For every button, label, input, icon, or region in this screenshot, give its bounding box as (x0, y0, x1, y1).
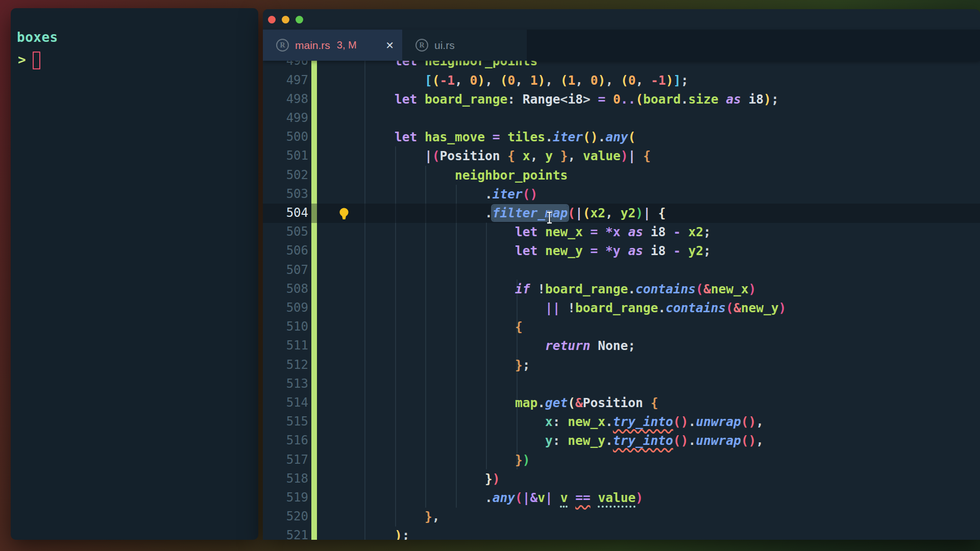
close-window-button[interactable] (268, 16, 276, 23)
code-line[interactable]: 501 |(Position { x, y }, value)| { (263, 146, 980, 166)
code-line[interactable]: 510 { (263, 317, 980, 337)
code-line[interactable]: 500 let has_move = tiles.iter().any( (263, 128, 980, 147)
line-number[interactable]: 504 (263, 204, 308, 222)
code-line-text: |(Position { x, y }, value)| { (334, 146, 651, 165)
code-line[interactable]: 507 (263, 261, 980, 280)
line-number[interactable]: 514 (263, 393, 308, 412)
line-number[interactable]: 510 (263, 317, 308, 336)
code-line[interactable]: 512 }; (263, 356, 980, 375)
code-line[interactable]: 506 let new_y = *y as i8 - y2; (263, 241, 980, 261)
zoom-window-button[interactable] (296, 16, 303, 23)
code-editor-area[interactable]: 496 let neighbor_points497 [(-1, 0), (0,… (263, 61, 980, 540)
code-line[interactable]: 511 return None; (263, 336, 980, 356)
code-line[interactable]: 514 map.get(&Position { (263, 393, 980, 413)
line-number[interactable]: 512 (263, 356, 308, 374)
line-number[interactable]: 502 (263, 166, 308, 185)
code-line-text: }) (334, 450, 530, 469)
code-line-text: [(-1, 0), (0, 1), (1, 0), (0, -1)]; (334, 71, 689, 90)
code-line-text: let has_move = tiles.iter().any( (334, 128, 635, 146)
line-number[interactable]: 503 (263, 185, 308, 204)
line-number[interactable]: 518 (263, 469, 308, 488)
code-line-text: y: new_y.try_into().unwrap(), (334, 431, 764, 450)
code-line-text: let board_range: Range<i8> = 0..(board.s… (334, 90, 779, 109)
code-line[interactable]: 513 (263, 374, 980, 394)
line-number[interactable]: 521 (263, 526, 308, 540)
code-line-text: }, (334, 507, 440, 526)
code-line-text: }) (334, 469, 500, 488)
tab-ui-rs[interactable]: R ui.rs (402, 30, 527, 61)
line-number[interactable]: 515 (263, 412, 308, 431)
line-number[interactable]: 506 (263, 241, 308, 260)
line-number[interactable]: 513 (263, 374, 308, 393)
code-line-text: if !board_range.contains(&new_x) (334, 280, 756, 298)
line-number[interactable]: 520 (263, 507, 308, 526)
tab-main-rs[interactable]: R main.rs 3, M ✕ (263, 30, 402, 61)
line-number[interactable]: 499 (263, 109, 308, 128)
code-line[interactable]: 515 x: new_x.try_into().unwrap(), (263, 412, 980, 432)
tab-label: main.rs (295, 39, 330, 52)
editor-window[interactable]: R main.rs 3, M ✕ R ui.rs 496 let neighbo… (263, 9, 980, 540)
code-line[interactable]: 520 }, (263, 507, 980, 527)
tab-problems-modified-badge: 3, M (337, 39, 357, 51)
code-line[interactable]: 503 .iter() (263, 185, 980, 204)
code-line[interactable]: 502 neighbor_points (263, 166, 980, 185)
code-line[interactable]: 505 let new_x = *x as i8 - x2; (263, 222, 980, 242)
terminal-window[interactable]: boxes > (11, 8, 258, 540)
tab-label: ui.rs (434, 39, 455, 52)
code-line[interactable]: 521 ); (263, 526, 980, 540)
terminal-prompt-row[interactable]: > (17, 51, 258, 70)
mouse-ibeam-cursor (545, 211, 554, 225)
code-line[interactable]: 509 || !board_range.contains(&new_y) (263, 298, 980, 318)
terminal-session-title: boxes (17, 30, 258, 45)
close-tab-icon[interactable]: ✕ (385, 39, 394, 52)
code-line-text: ); (334, 526, 410, 540)
line-number[interactable]: 505 (263, 222, 308, 241)
code-line-text: return None; (334, 336, 635, 355)
code-line[interactable]: 519 .any(|&v| v == value) (263, 488, 980, 508)
code-line-text: { (334, 317, 523, 336)
line-number[interactable]: 516 (263, 431, 308, 450)
line-number[interactable]: 511 (263, 336, 308, 355)
line-number[interactable]: 501 (263, 146, 308, 165)
code-line-text: neighbor_points (334, 166, 568, 185)
rust-file-icon: R (276, 39, 289, 52)
rust-file-icon: R (415, 39, 428, 52)
code-line-text: }; (334, 356, 530, 374)
code-line[interactable]: 518 }) (263, 469, 980, 489)
code-line[interactable]: 497 [(-1, 0), (0, 1), (1, 0), (0, -1)]; (263, 71, 980, 90)
prompt-chevron-icon: > (18, 52, 26, 67)
window-titlebar (263, 9, 980, 30)
code-line-text: map.get(&Position { (334, 393, 658, 412)
terminal-cursor (33, 52, 40, 69)
line-number[interactable]: 508 (263, 280, 308, 298)
code-line[interactable]: 516 y: new_y.try_into().unwrap(), (263, 431, 980, 450)
code-line[interactable]: 496 let neighbor_points (263, 61, 980, 71)
code-line[interactable]: 499 (263, 109, 980, 128)
code-line-text: .filter_map(|(x2, y2)| { (334, 204, 666, 222)
code-line-text: x: new_x.try_into().unwrap(), (334, 412, 764, 431)
code-line-text: let new_x = *x as i8 - x2; (334, 222, 711, 241)
code-line-text: let new_y = *y as i8 - y2; (334, 241, 711, 260)
tab-bar: R main.rs 3, M ✕ R ui.rs (263, 30, 980, 61)
code-line-text: let neighbor_points (334, 61, 537, 70)
line-number[interactable]: 517 (263, 450, 308, 469)
code-line-text: .any(|&v| v == value) (334, 488, 643, 507)
line-number[interactable]: 509 (263, 298, 308, 317)
code-line[interactable]: 517 }) (263, 450, 980, 470)
line-number[interactable]: 507 (263, 261, 308, 280)
code-line-text: || !board_range.contains(&new_y) (334, 298, 786, 317)
line-number[interactable]: 497 (263, 71, 308, 90)
code-line[interactable]: 504 .filter_map(|(x2, y2)| { (263, 204, 980, 223)
line-number[interactable]: 500 (263, 128, 308, 146)
line-number[interactable]: 519 (263, 488, 308, 507)
minimize-window-button[interactable] (282, 16, 289, 23)
lightbulb-code-action-icon[interactable] (338, 207, 350, 221)
code-line-text: .iter() (334, 185, 537, 204)
line-number[interactable]: 496 (263, 61, 308, 70)
line-number[interactable]: 498 (263, 90, 308, 109)
code-line[interactable]: 508 if !board_range.contains(&new_x) (263, 280, 980, 299)
code-line[interactable]: 498 let board_range: Range<i8> = 0..(boa… (263, 90, 980, 109)
